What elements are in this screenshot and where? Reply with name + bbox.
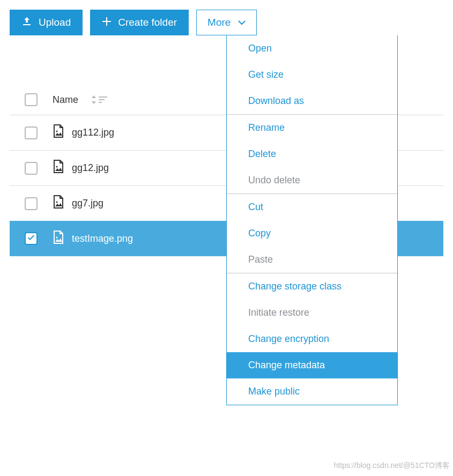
menu-group: Change storage classInitiate restoreChan… bbox=[227, 273, 397, 405]
menu-item[interactable]: Download as bbox=[227, 88, 397, 114]
row-checkbox[interactable] bbox=[25, 127, 38, 139]
menu-item: Paste bbox=[227, 247, 397, 273]
row-checkbox[interactable] bbox=[25, 232, 38, 245]
column-name-label: Name bbox=[53, 94, 78, 106]
row-checkbox[interactable] bbox=[25, 162, 38, 175]
menu-item[interactable]: Delete bbox=[227, 141, 397, 167]
menu-group: CutCopyPaste bbox=[227, 194, 397, 273]
upload-button[interactable]: Upload bbox=[10, 10, 83, 35]
plus-icon bbox=[102, 17, 112, 29]
sort-icon bbox=[91, 95, 107, 104]
menu-item[interactable]: Cut bbox=[227, 194, 397, 220]
menu-item[interactable]: Open bbox=[227, 35, 397, 62]
chevron-down-icon bbox=[238, 17, 246, 28]
file-name-label: gg112.jpg bbox=[72, 127, 114, 138]
svg-point-3 bbox=[56, 236, 58, 238]
file-name-cell: gg7.jpg bbox=[53, 195, 103, 212]
menu-item[interactable]: Make public bbox=[227, 378, 397, 405]
file-name-label: gg12.jpg bbox=[72, 162, 109, 174]
menu-item[interactable]: Get size bbox=[227, 62, 397, 88]
svg-point-2 bbox=[56, 202, 58, 203]
column-name[interactable]: Name bbox=[53, 94, 107, 106]
menu-item[interactable]: Change metadata bbox=[227, 352, 397, 378]
svg-point-1 bbox=[56, 166, 58, 168]
menu-item: Undo delete bbox=[227, 167, 397, 194]
menu-item[interactable]: Change storage class bbox=[227, 273, 397, 300]
toolbar: Upload Create folder More bbox=[10, 10, 443, 35]
file-name-cell: gg112.jpg bbox=[53, 124, 114, 141]
file-name-cell: testImage.png bbox=[53, 230, 133, 247]
svg-point-0 bbox=[56, 131, 58, 132]
file-name-label: gg7.jpg bbox=[72, 198, 103, 209]
select-all-checkbox[interactable] bbox=[25, 93, 38, 106]
file-name-label: testImage.png bbox=[72, 233, 133, 244]
upload-icon bbox=[21, 16, 32, 29]
menu-group: OpenGet sizeDownload as bbox=[227, 35, 397, 114]
image-file-icon bbox=[53, 124, 64, 141]
menu-item[interactable]: Change encryption bbox=[227, 326, 397, 352]
image-file-icon bbox=[53, 195, 64, 212]
image-file-icon bbox=[53, 160, 64, 176]
upload-label: Upload bbox=[39, 17, 71, 28]
watermark-text: https://blog.csdn.net/@51CTO博客 bbox=[334, 461, 450, 471]
menu-item[interactable]: Copy bbox=[227, 220, 397, 247]
create-folder-button[interactable]: Create folder bbox=[90, 10, 189, 35]
row-checkbox[interactable] bbox=[25, 197, 38, 210]
image-file-icon bbox=[53, 230, 64, 247]
menu-item: Initiate restore bbox=[227, 300, 397, 326]
file-name-cell: gg12.jpg bbox=[53, 160, 109, 176]
create-folder-label: Create folder bbox=[118, 17, 177, 28]
menu-item[interactable]: Rename bbox=[227, 115, 397, 141]
menu-group: RenameDeleteUndo delete bbox=[227, 114, 397, 194]
more-button[interactable]: More bbox=[196, 10, 257, 35]
more-label: More bbox=[207, 17, 231, 28]
more-dropdown: OpenGet sizeDownload asRenameDeleteUndo … bbox=[226, 35, 398, 405]
